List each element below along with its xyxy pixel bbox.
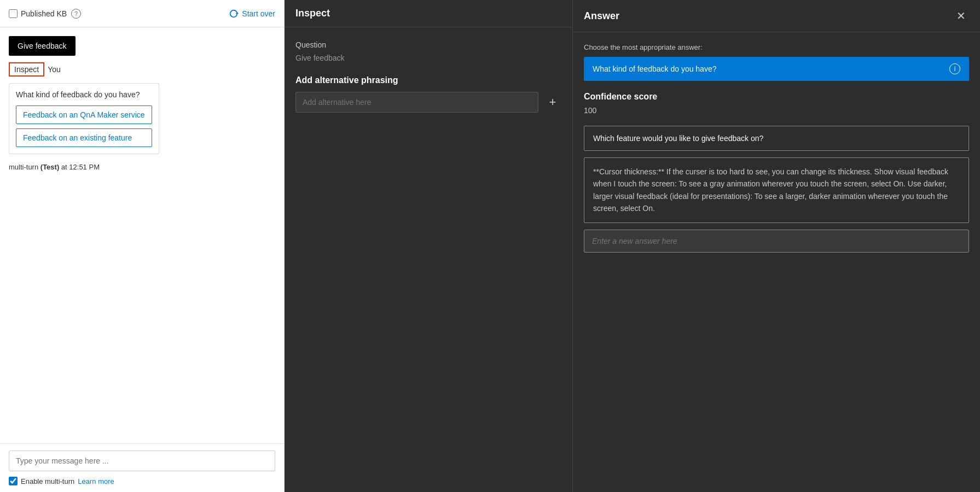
- long-answer-box: **Cursor thickness:** If the curser is t…: [584, 157, 969, 223]
- message-input[interactable]: [9, 450, 275, 471]
- answer-title: Answer: [584, 10, 619, 22]
- alt-input-row: +: [295, 92, 561, 113]
- inspect-title: Inspect: [295, 8, 330, 19]
- right-header: Answer ✕: [573, 0, 980, 32]
- inspect-you-row: Inspect You: [9, 62, 61, 77]
- selected-answer-option[interactable]: What kind of feedback do you have? i: [584, 57, 969, 81]
- confidence-score-label: Confidence score: [584, 92, 969, 102]
- inspect-button[interactable]: Inspect: [9, 62, 44, 77]
- published-kb-label: Published KB: [21, 9, 67, 18]
- add-alt-button[interactable]: +: [544, 93, 561, 111]
- published-kb-help-icon[interactable]: ?: [71, 9, 81, 19]
- right-content: Choose the most appropriate answer: What…: [573, 32, 980, 492]
- left-header-left: Published KB ?: [9, 9, 81, 19]
- you-label: You: [48, 65, 61, 74]
- give-feedback-bubble: Give feedback: [9, 36, 76, 56]
- suggestion-qnamaker[interactable]: Feedback on an QnA Maker service: [16, 106, 152, 124]
- start-over-button[interactable]: Start over: [229, 9, 275, 19]
- enable-multiturn-checkbox[interactable]: [9, 477, 18, 485]
- left-header: Published KB ? Start over: [0, 0, 284, 27]
- choose-answer-label: Choose the most appropriate answer:: [584, 43, 969, 51]
- middle-panel: Inspect Question Give feedback Add alter…: [285, 0, 573, 492]
- multi-turn-info: multi-turn (multi-turn (Test) at 12:51 P…: [9, 161, 100, 173]
- new-answer-input[interactable]: [584, 230, 969, 253]
- right-panel: Answer ✕ Choose the most appropriate ans…: [573, 0, 980, 492]
- enable-multiturn-row: Enable multi-turn Learn more: [9, 477, 275, 485]
- close-button[interactable]: ✕: [953, 8, 969, 24]
- middle-header: Inspect: [285, 0, 572, 27]
- alt-phrasing-input[interactable]: [295, 92, 538, 113]
- start-over-label: Start over: [242, 9, 275, 18]
- published-kb-input[interactable]: [9, 9, 18, 18]
- which-feature-box: Which feature would you like to give fee…: [584, 126, 969, 151]
- suggestion-existing-feature[interactable]: Feedback on an existing feature: [16, 128, 152, 147]
- left-panel: Published KB ? Start over Give feedback …: [0, 0, 285, 492]
- refresh-icon: [229, 9, 239, 19]
- question-value: Give feedback: [295, 54, 561, 62]
- left-footer: Enable multi-turn Learn more: [0, 443, 284, 492]
- learn-more-link[interactable]: Learn more: [78, 477, 114, 485]
- middle-content: Question Give feedback Add alternative p…: [285, 27, 572, 492]
- info-icon[interactable]: i: [949, 63, 960, 74]
- confidence-score-value: 100: [584, 106, 969, 115]
- bot-question: What kind of feedback do you have?: [16, 90, 152, 99]
- published-kb-checkbox[interactable]: Published KB: [9, 9, 67, 18]
- bot-message-card: What kind of feedback do you have? Feedb…: [9, 83, 159, 154]
- enable-multiturn-label: Enable multi-turn: [21, 477, 74, 485]
- long-answer-text: **Cursor thickness:** If the curser is t…: [593, 167, 948, 213]
- question-label: Question: [295, 40, 561, 49]
- alt-phrasing-label: Add alternative phrasing: [295, 75, 561, 85]
- chat-area: Give feedback Inspect You What kind of f…: [0, 27, 284, 443]
